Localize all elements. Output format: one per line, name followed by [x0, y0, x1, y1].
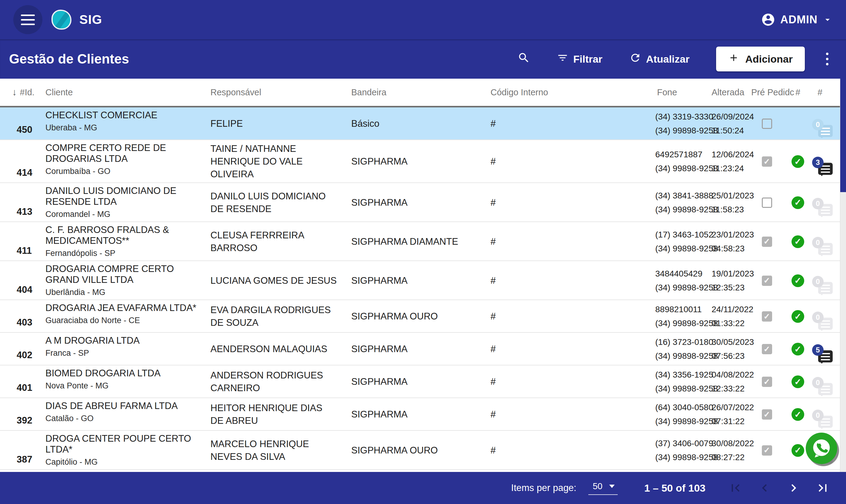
filter-button[interactable]: Filtrar [557, 52, 602, 66]
pre-pedido-cell [762, 344, 772, 354]
client-name: COMPRE CERTO REDE DE DROGARIAS LTDA [46, 143, 200, 164]
last-page-button[interactable] [814, 479, 831, 497]
table-row[interactable]: 392 DIAS DE ABREU FARMA LTDA Catalão - G… [0, 398, 846, 431]
status-ok-icon: ✓ [792, 375, 804, 388]
client-id: 402 [0, 350, 46, 363]
table-row[interactable]: 403 DROGARIA JEA EVAFARMA LTDA* Guaracia… [0, 300, 846, 333]
previous-page-button[interactable] [756, 479, 773, 497]
status-ok-icon: ✓ [792, 235, 804, 248]
fone-cell: 6492571887 (34) 99898-9258 [651, 148, 706, 176]
bandeira-cell: SIGPHARMA [351, 344, 490, 355]
fone-secondary: (34) 99898-9258 [655, 203, 706, 217]
codigo-interno-cell: # [490, 197, 651, 208]
pre-pedido-checkbox[interactable] [762, 344, 772, 354]
pre-pedido-checkbox[interactable] [762, 275, 772, 286]
more-options-button[interactable] [824, 51, 830, 67]
client-name: CHECKLIST COMERCIAE [46, 110, 200, 121]
pre-pedido-checkbox[interactable] [762, 157, 772, 167]
pre-pedido-checkbox[interactable] [762, 237, 772, 247]
responsavel-cell: CLEUSA FERRREIRA BARROSO [210, 229, 351, 254]
alterada-date: 04/08/2022 [711, 368, 749, 382]
fone-secondary: (34) 99898-9258 [655, 281, 706, 295]
status-cell: ✓ [792, 196, 804, 209]
fone-primary: (34) 3356-1925 [655, 368, 706, 382]
client-city: Uberaba - MG [46, 123, 200, 133]
user-menu[interactable]: ADMIN [761, 13, 833, 27]
scrollbar-thumb[interactable] [840, 79, 846, 192]
client-city: Fernandópolis - SP [46, 248, 200, 259]
sort-icon[interactable]: ↓ [12, 87, 17, 98]
first-page-button[interactable] [727, 479, 744, 497]
client-cell: A M DROGARIA LTDA Franca - SP [46, 335, 210, 363]
add-label: Adicionar [745, 53, 793, 65]
menu-button[interactable] [13, 5, 42, 34]
table-row[interactable]: 401 BIOMED DROGARIA LTDA Nova Ponte - MG… [0, 365, 846, 398]
client-cell: DROGARIA COMPRE CERTO GRAND VILLE LTDA U… [46, 264, 210, 298]
table-row[interactable]: 402 A M DROGARIA LTDA Franca - SP AENDER… [0, 333, 846, 365]
client-city: Nova Ponte - MG [46, 381, 200, 391]
page-range: 1 – 50 of 103 [644, 482, 706, 494]
alterada-cell: 19/01/2023 12:35:23 [706, 267, 749, 295]
fone-primary: 6492571887 [655, 148, 706, 162]
pre-pedido-checkbox[interactable] [762, 445, 772, 455]
whatsapp-icon [811, 437, 832, 460]
table-row[interactable]: 414 COMPRE CERTO REDE DE DROGARIAS LTDA … [0, 140, 846, 183]
alterada-cell: 24/11/2022 01:33:22 [706, 303, 749, 330]
client-id: 403 [0, 317, 46, 330]
add-button[interactable]: Adicionar [716, 47, 805, 71]
alterada-time: 04:58:23 [711, 242, 749, 256]
fone-cell: (17) 3463-1052 (34) 99898-9258 [651, 228, 706, 256]
responsavel-cell: DANILO LUIS DOMICIANO DE RESENDE [210, 190, 351, 215]
fone-cell: 3484405429 (34) 99898-9258 [651, 267, 706, 295]
items-per-page-value: 50 [592, 481, 602, 491]
table-row[interactable]: CUNHA & CIA COMERCIO DE MEDICAMENTOS LTD… [0, 470, 846, 472]
status-ok-icon: ✓ [792, 310, 804, 323]
status-cell: ✓ [792, 408, 804, 421]
header-cliente: Cliente [46, 87, 210, 97]
search-button[interactable] [517, 51, 530, 67]
pre-pedido-checkbox[interactable] [762, 119, 772, 129]
fone-primary: 8898210011 [655, 303, 706, 317]
pre-pedido-cell [762, 237, 772, 247]
whatsapp-button[interactable] [806, 433, 837, 464]
items-per-page-select[interactable]: 50 [588, 481, 617, 495]
alterada-cell: 23/01/2023 04:58:23 [706, 228, 749, 256]
account-icon [761, 13, 775, 27]
pre-pedido-checkbox[interactable] [762, 311, 772, 322]
client-cell: C. F. BARROSO FRALDAS & MEDICAMENTOS** F… [46, 224, 210, 259]
responsavel-cell: AENDERSON MALAQUIAS [210, 343, 351, 356]
alterada-time: 12:33:22 [711, 382, 749, 396]
alterada-time: 01:33:22 [711, 317, 749, 330]
client-id: 413 [0, 206, 46, 220]
table-row[interactable]: 404 DROGARIA COMPRE CERTO GRAND VILLE LT… [0, 261, 846, 300]
app-bar: SIG ADMIN [0, 0, 846, 39]
pre-pedido-checkbox[interactable] [762, 377, 772, 387]
alterada-date: 30/05/2023 [711, 335, 749, 349]
client-cell: COMPRE CERTO REDE DE DROGARIAS LTDA Coru… [46, 143, 210, 181]
responsavel-cell: FELIPE [210, 118, 351, 130]
alterada-time: 11:58:23 [711, 203, 749, 217]
table-row[interactable]: 411 C. F. BARROSO FRALDAS & MEDICAMENTOS… [0, 222, 846, 261]
bandeira-cell: SIGPHARMA [351, 197, 490, 208]
fone-primary: (34) 3841-3888 [655, 189, 706, 203]
codigo-interno-cell: # [490, 311, 651, 322]
next-page-button[interactable] [785, 479, 802, 497]
alterada-date: 23/01/2023 [711, 228, 749, 242]
table-row[interactable]: 413 DANILO LUIS DOMICIANO DE RESENDE LTD… [0, 183, 846, 222]
pre-pedido-checkbox[interactable] [762, 198, 772, 208]
select-caret-icon [609, 485, 615, 488]
refresh-button[interactable]: Atualizar [629, 52, 690, 66]
chat-badge: 5 [812, 344, 824, 356]
table-row[interactable]: 387 DROGA CENTER POUPE CERTO LTDA* Capit… [0, 431, 846, 470]
client-name: BIOMED DROGARIA LTDA [46, 368, 200, 379]
client-city: Uberlândia - MG [46, 287, 200, 298]
alterada-time: 07:56:23 [711, 349, 749, 363]
header-fone: Fone [651, 87, 706, 97]
chat-badge: 0 [812, 276, 824, 287]
pre-pedido-checkbox[interactable] [762, 409, 772, 419]
client-name: DROGARIA JEA EVAFARMA LTDA* [46, 303, 200, 313]
table-row[interactable]: 450 CHECKLIST COMERCIAE Uberaba - MG FEL… [0, 107, 846, 140]
responsavel-cell: HEITOR HENRIQUE DIAS DE ABREU [210, 402, 351, 427]
status-cell: ✓ [792, 444, 804, 457]
table-header: ↓ #Id. Cliente Responsável Bandeira Códi… [0, 79, 846, 107]
